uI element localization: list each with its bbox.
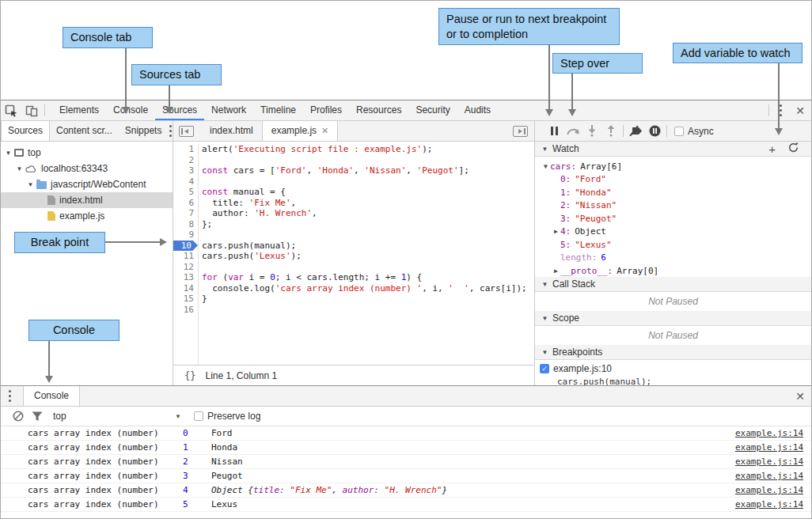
code-editor[interactable]: 12345678910111213141516 alert('Executing… bbox=[173, 142, 534, 365]
tree-item-javascript-webcontent[interactable]: ▼javascript/WebContent bbox=[1, 176, 173, 192]
console-message-row: cars array index (number)2Nissanexample.… bbox=[1, 455, 811, 469]
console-message-value[interactable]: Object {title: "Fix Me", author: "H. Wre… bbox=[211, 485, 735, 495]
device-toolbar-icon[interactable] bbox=[21, 100, 42, 120]
async-checkbox[interactable] bbox=[674, 127, 684, 136]
annotation-arrowhead bbox=[160, 238, 167, 246]
preserve-log-control[interactable]: Preserve log bbox=[194, 411, 260, 422]
breakpoint-location[interactable]: example.js:10 bbox=[553, 363, 612, 374]
devtools-menu-icon[interactable] bbox=[772, 100, 789, 120]
breakpoints-section-header[interactable]: ▼ Breakpoints bbox=[535, 345, 811, 360]
tree-item-localhost-63343[interactable]: ▼localhost:63343 bbox=[1, 161, 173, 176]
watch-item-1[interactable]: 1:"Honda" bbox=[535, 186, 811, 199]
devtools-close-icon[interactable]: ✕ bbox=[789, 104, 811, 117]
navigator-tab-sources[interactable]: Sources bbox=[1, 121, 50, 141]
console-message-row: cars array index (number)3Peugotexample.… bbox=[1, 469, 811, 483]
tab-resources[interactable]: Resources bbox=[349, 100, 408, 120]
refresh-watch-icon[interactable] bbox=[788, 142, 799, 155]
breakpoint-checkbox[interactable]: ✓ bbox=[540, 364, 549, 373]
watch-item-cars[interactable]: ▼cars:Array[6] bbox=[535, 160, 811, 173]
watch-item-5[interactable]: 5:"Lexus" bbox=[535, 238, 811, 252]
deactivate-breakpoints-icon[interactable] bbox=[626, 124, 645, 138]
filter-icon[interactable] bbox=[28, 411, 47, 422]
console-drawer-tab[interactable]: Console bbox=[23, 386, 80, 406]
line-number[interactable]: 1 bbox=[173, 144, 198, 155]
console-menu-icon[interactable] bbox=[1, 386, 18, 406]
tree-item-example-js[interactable]: example.js bbox=[1, 208, 173, 224]
line-number[interactable]: 4 bbox=[173, 176, 198, 188]
line-number[interactable]: 14 bbox=[173, 283, 198, 294]
tab-audits[interactable]: Audits bbox=[457, 100, 498, 120]
line-number[interactable]: 11 bbox=[173, 251, 198, 262]
console-source-link[interactable]: example.js:14 bbox=[735, 499, 803, 510]
tab-elements[interactable]: Elements bbox=[52, 100, 106, 120]
breakpoint-marker[interactable]: 10 bbox=[173, 241, 198, 252]
collapse-icon: ▼ bbox=[541, 281, 549, 288]
line-number[interactable]: 12 bbox=[173, 262, 198, 273]
step-out-button[interactable] bbox=[601, 124, 620, 138]
line-number[interactable]: 3 bbox=[173, 165, 198, 176]
preserve-log-checkbox[interactable] bbox=[194, 411, 203, 421]
preserve-log-label: Preserve log bbox=[207, 411, 260, 422]
execution-context-select[interactable]: top ▼ bbox=[53, 411, 181, 422]
disclosure-icon[interactable]: ▶ bbox=[552, 267, 560, 275]
console-source-link[interactable]: example.js:14 bbox=[735, 471, 803, 481]
call-stack-section-header[interactable]: ▼ Call Stack bbox=[535, 277, 811, 292]
clear-console-icon[interactable] bbox=[9, 411, 28, 422]
console-source-link[interactable]: example.js:14 bbox=[735, 456, 803, 467]
tab-security[interactable]: Security bbox=[408, 100, 457, 120]
disclosure-icon[interactable]: ▼ bbox=[26, 181, 35, 188]
pretty-print-icon[interactable]: {} bbox=[184, 370, 195, 381]
console-message-value: Ford bbox=[211, 428, 735, 438]
line-number[interactable]: 6 bbox=[173, 198, 198, 209]
navigator-menu-icon[interactable] bbox=[168, 121, 173, 141]
watch-item-length[interactable]: length:6 bbox=[535, 252, 811, 265]
console-source-link[interactable]: example.js:14 bbox=[735, 428, 803, 438]
inspect-element-icon[interactable] bbox=[1, 100, 21, 120]
disclosure-icon[interactable]: ▼ bbox=[541, 163, 550, 170]
navigator-tab-snippets[interactable]: Snippets bbox=[119, 121, 169, 141]
show-drawer-icon[interactable] bbox=[513, 126, 528, 137]
tab-sources[interactable]: Sources bbox=[155, 100, 204, 120]
tab-network[interactable]: Network bbox=[204, 100, 253, 120]
disclosure-icon[interactable]: ▶ bbox=[552, 228, 560, 235]
annotation-break-point: Break point bbox=[14, 232, 105, 253]
line-number[interactable]: 7 bbox=[173, 208, 198, 219]
tab-profiles[interactable]: Profiles bbox=[303, 100, 349, 120]
scope-section-header[interactable]: ▼ Scope bbox=[535, 311, 811, 326]
pause-on-exceptions-icon[interactable] bbox=[645, 124, 664, 138]
line-number[interactable]: 16 bbox=[173, 305, 198, 316]
disclosure-icon[interactable]: ▼ bbox=[4, 150, 13, 157]
navigator-tab-content-scr-[interactable]: Content scr... bbox=[50, 121, 119, 141]
watch-item-0[interactable]: 0:"Ford" bbox=[535, 173, 811, 187]
watch-item-4[interactable]: ▶4:Object bbox=[535, 225, 811, 239]
add-watch-icon[interactable]: + bbox=[768, 143, 776, 155]
watch-section-header[interactable]: ▼ Watch + bbox=[535, 142, 811, 157]
watch-item-__proto__[interactable]: ▶__proto__:Array[0] bbox=[535, 264, 811, 277]
hide-navigator-icon[interactable] bbox=[179, 126, 194, 137]
console-message-number: 5 bbox=[183, 499, 211, 510]
line-number[interactable]: 9 bbox=[173, 229, 198, 241]
disclosure-icon[interactable]: ▼ bbox=[15, 165, 24, 172]
tree-item-index-html[interactable]: index.html bbox=[1, 192, 173, 208]
step-over-button[interactable] bbox=[563, 124, 582, 138]
watch-item-3[interactable]: 3:"Peugot" bbox=[535, 212, 811, 225]
tree-item-top[interactable]: ▼top bbox=[1, 145, 173, 161]
console-source-link[interactable]: example.js:14 bbox=[735, 442, 803, 453]
line-number[interactable]: 5 bbox=[173, 187, 198, 198]
tab-timeline[interactable]: Timeline bbox=[253, 100, 303, 120]
folder-icon bbox=[36, 180, 47, 189]
line-number[interactable]: 8 bbox=[173, 219, 198, 230]
pause-button[interactable] bbox=[544, 124, 563, 138]
editor-tab-example-js[interactable]: example.js✕ bbox=[262, 121, 339, 141]
editor-tab-index-html[interactable]: index.html bbox=[201, 121, 262, 141]
console-message-value: Lexus bbox=[211, 499, 735, 510]
line-number[interactable]: 13 bbox=[173, 272, 198, 283]
tab-console[interactable]: Console bbox=[106, 100, 155, 120]
step-into-button[interactable] bbox=[582, 124, 601, 138]
line-number[interactable]: 15 bbox=[173, 294, 198, 305]
close-tab-icon[interactable]: ✕ bbox=[321, 121, 328, 141]
drawer-close-icon[interactable]: ✕ bbox=[789, 390, 811, 403]
console-source-link[interactable]: example.js:14 bbox=[735, 485, 803, 495]
line-number[interactable]: 2 bbox=[173, 155, 198, 166]
watch-item-2[interactable]: 2:"Nissan" bbox=[535, 199, 811, 213]
